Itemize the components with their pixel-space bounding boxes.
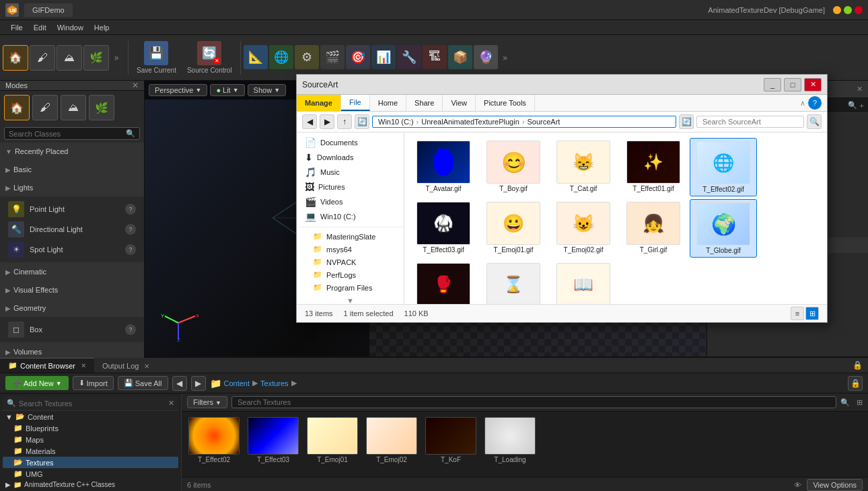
menu-window[interactable]: Window: [52, 22, 89, 33]
fe-tab-file[interactable]: File: [341, 95, 370, 111]
lock-btn[interactable]: 🔒: [847, 358, 868, 373]
lit-btn[interactable]: ● Lit ▼: [210, 84, 244, 96]
mode-foliage[interactable]: 🌿: [89, 95, 114, 120]
more-toolbar-btn[interactable]: »: [499, 45, 511, 71]
place-mode-btn[interactable]: 🏠: [3, 45, 28, 71]
import-button[interactable]: ⬇ Import: [73, 376, 114, 390]
asset-grid-toggle[interactable]: ⊞: [857, 398, 863, 407]
fe-tab-manage[interactable]: Manage: [297, 95, 341, 111]
world-outliner-close[interactable]: ✕: [857, 85, 863, 93]
panel-item-info-3[interactable]: ?: [125, 244, 136, 255]
filters-button[interactable]: Filters ▼: [187, 396, 227, 408]
maximize-button[interactable]: [844, 6, 852, 14]
geometry-header[interactable]: ▶ Geometry: [0, 299, 144, 317]
fe-maximize-btn[interactable]: □: [784, 78, 801, 91]
menu-edit[interactable]: Edit: [28, 22, 52, 33]
fe-refresh-btn[interactable]: 🔄: [355, 114, 369, 129]
menu-file[interactable]: File: [5, 22, 28, 33]
add-outliner-btn[interactable]: +: [860, 102, 864, 110]
forward-btn[interactable]: ▶: [191, 376, 206, 391]
toolbar-icon-2[interactable]: 🌐: [269, 45, 293, 69]
asset-item-t_emoj02[interactable]: T_Emoj02: [365, 417, 419, 463]
fe-sidebar-music[interactable]: 🎵 Music: [297, 165, 404, 180]
app-tab[interactable]: GIFDemo: [24, 3, 73, 17]
fe-file-T_Effect03_gif[interactable]: 🥋 T_Effect03.gif: [410, 199, 477, 258]
fe-list-view-btn[interactable]: ≡: [791, 307, 804, 320]
mode-paint[interactable]: 🖌: [32, 95, 58, 120]
fe-file-T_Girl_gif[interactable]: 👧 T_Girl.gif: [620, 199, 687, 258]
folder-umg[interactable]: 📁 UMG: [3, 468, 178, 480]
toolbar-icon-8[interactable]: 🏗: [423, 45, 447, 69]
lock-path-btn[interactable]: 🔒: [848, 376, 863, 391]
more-modes-btn[interactable]: »: [110, 45, 122, 71]
fe-up-btn[interactable]: ↑: [337, 114, 352, 129]
panel-item-info-2[interactable]: ?: [125, 224, 136, 235]
mode-landscape[interactable]: ⛰: [61, 95, 86, 120]
fe-addr-refresh[interactable]: 🔄: [679, 114, 694, 129]
fe-file-T_Emoj02_gif[interactable]: 😺 T_Emoj02.gif: [550, 199, 617, 258]
folder-cpp-classes[interactable]: ▶ 📁 AnimatedTexture C++ Classes: [3, 480, 178, 490]
folder-search-clear[interactable]: ✕: [168, 399, 174, 408]
fe-file-T_Globe_gif[interactable]: 🌍 T_Globe.gif: [690, 199, 757, 258]
fe-tab-share[interactable]: Share: [406, 95, 443, 111]
lights-header[interactable]: ▶ Lights: [0, 179, 144, 196]
basic-header[interactable]: ▶ Basic: [0, 161, 144, 178]
fe-sidebar-win10[interactable]: 💻 Win10 (C:): [297, 209, 404, 224]
path-textures[interactable]: Textures: [260, 379, 289, 387]
perspective-btn[interactable]: Perspective ▼: [149, 84, 207, 96]
fe-sidebar-videos[interactable]: 🎬 Videos: [297, 194, 404, 209]
source-control-btn[interactable]: 🔄 ✕ Source Control: [182, 38, 238, 77]
fe-folder-nvpack[interactable]: 📁 NVPACK: [297, 256, 404, 268]
fe-folder-msys64[interactable]: 📁 msys64: [297, 243, 404, 256]
mode-place[interactable]: 🏠: [4, 95, 30, 120]
search-classes-input[interactable]: [9, 130, 126, 138]
fe-ribbon-collapse[interactable]: ∧ ?: [795, 95, 827, 111]
toolbar-icon-6[interactable]: 📊: [371, 45, 396, 69]
fe-file-T_KoF_gif[interactable]: 🥊 T_KoF.gif: [410, 260, 477, 304]
folder-materials[interactable]: 📁 Materials: [3, 445, 178, 457]
panel-item-info-1[interactable]: ?: [125, 204, 136, 215]
menu-help[interactable]: Help: [89, 22, 115, 33]
fe-close-btn[interactable]: ✕: [804, 78, 822, 91]
view-options-btn[interactable]: View Options: [807, 479, 863, 491]
fe-sidebar-downloads[interactable]: ⬇ Downloads: [297, 150, 404, 165]
toolbar-icon-10[interactable]: 🔮: [474, 45, 498, 69]
path-content[interactable]: Content: [224, 379, 250, 387]
toolbar-icon-5[interactable]: 🎯: [346, 45, 370, 69]
fe-search-btn[interactable]: 🔍: [807, 114, 822, 129]
fe-sidebar-documents[interactable]: 📄 Documents: [297, 135, 404, 150]
save-current-btn[interactable]: 💾 Save Current: [131, 38, 182, 77]
fe-file-T_Avatar_gif[interactable]: T_Avatar.gif: [410, 138, 477, 196]
show-btn[interactable]: Show ▼: [248, 84, 286, 96]
fe-file-T_Reading_gif[interactable]: 📖 T_Reading.gif: [550, 260, 617, 304]
visual-effects-header[interactable]: ▶ Visual Effects: [0, 281, 144, 299]
close-button[interactable]: [855, 6, 863, 14]
output-log-close[interactable]: ✕: [144, 363, 149, 370]
folder-blueprints[interactable]: 📁 Blueprints: [3, 422, 178, 434]
sidebar-down-arrow[interactable]: ▼: [347, 297, 354, 304]
recently-placed-header[interactable]: ▼ Recently Placed: [0, 143, 144, 160]
fe-forward-btn[interactable]: ▶: [320, 114, 334, 129]
save-all-button[interactable]: 💾 Save All: [118, 376, 168, 390]
folder-textures[interactable]: 📂 Textures: [3, 457, 178, 468]
toolbar-icon-1[interactable]: 📐: [244, 45, 268, 69]
fe-sidebar-pictures[interactable]: 🖼 Pictures: [297, 180, 404, 194]
back-btn[interactable]: ◀: [172, 376, 187, 391]
fe-file-T_Effect01_gif[interactable]: ✨ T_Effect01.gif: [620, 138, 687, 196]
toolbar-icon-4[interactable]: 🎬: [320, 45, 345, 69]
fe-folder-mastering[interactable]: 📁 MasteringSlate: [297, 230, 404, 243]
asset-item-t_loading[interactable]: T_Loading: [483, 417, 537, 463]
toolbar-icon-7[interactable]: 🔧: [397, 45, 421, 69]
landscape-mode-btn[interactable]: ⛰: [57, 45, 82, 71]
panel-item-light1[interactable]: 💡 Point Light ?: [3, 199, 141, 219]
fe-file-T_Emoj01_gif[interactable]: 😀 T_Emoj01.gif: [480, 199, 547, 258]
fe-file-T_Effect02_gif[interactable]: 🌐 T_Effect02.gif: [690, 138, 757, 196]
fe-tab-view[interactable]: View: [443, 95, 476, 111]
foliage-mode-btn[interactable]: 🌿: [83, 45, 109, 71]
fe-file-T_Boy_gif[interactable]: 😊 T_Boy.gif: [480, 138, 547, 196]
tab-output-log[interactable]: Output Log ✕: [94, 358, 157, 373]
toolbar-icon-9[interactable]: 📦: [448, 45, 472, 69]
add-new-button[interactable]: ➕ Add New ▼: [5, 376, 69, 390]
cinematic-header[interactable]: ▶ Cinematic: [0, 263, 144, 280]
panel-item-geo1[interactable]: ◻ Box ?: [3, 319, 141, 340]
